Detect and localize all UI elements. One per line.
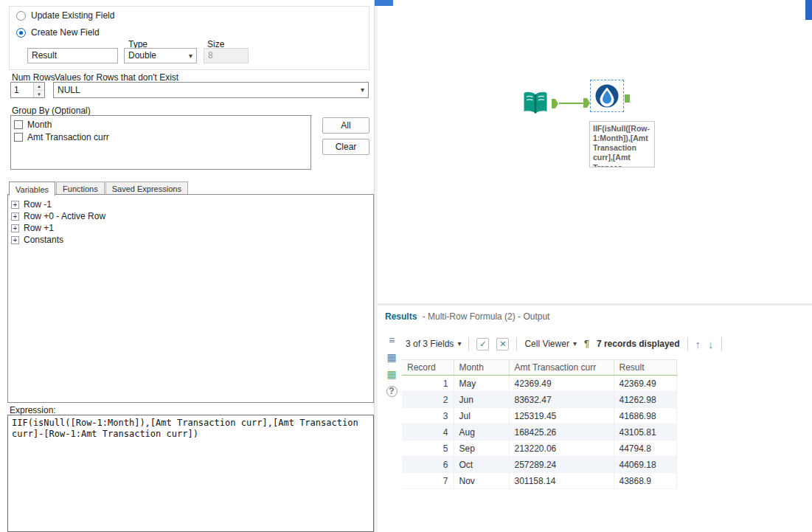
- size-input-disabled: 8: [204, 48, 249, 63]
- input-data-tool[interactable]: [521, 89, 550, 118]
- radio-update-existing-field[interactable]: Update Existing Field: [16, 10, 114, 21]
- table-row[interactable]: 3 Jul 125319.45 41686.98: [402, 408, 676, 424]
- cell-amt-transaction-curr: 168425.26: [509, 424, 614, 441]
- num-rows-value[interactable]: 1: [11, 83, 33, 97]
- tree-item-label: Row +0 - Active Row: [24, 211, 105, 221]
- chevron-down-icon: ▾: [189, 52, 192, 60]
- spinner-up-icon[interactable]: ▲: [34, 83, 44, 90]
- checkbox-icon[interactable]: [14, 120, 23, 129]
- col-header-month[interactable]: Month: [454, 360, 509, 376]
- window-chrome-fragment: [375, 0, 393, 6]
- tab-saved-expressions[interactable]: Saved Expressions: [105, 182, 188, 195]
- cell-record: 2: [402, 392, 454, 408]
- tree-item[interactable]: Row +0 - Active Row: [11, 210, 370, 222]
- expression-editor[interactable]: IIF(isNull([Row-1:Month]),[Amt Transacti…: [7, 415, 374, 532]
- tree-item-label: Constants: [24, 235, 63, 245]
- col-header-amt-transaction-curr[interactable]: Amt Transaction curr: [509, 360, 614, 376]
- cell-amt-transaction-curr: 213220.06: [509, 441, 614, 457]
- output-anchor-view-icon[interactable]: ▦: [386, 369, 396, 379]
- values-rows-dropdown[interactable]: NULL ▾: [53, 82, 369, 98]
- cell-record: 1: [402, 376, 454, 392]
- field-name-input[interactable]: Result: [27, 48, 118, 63]
- cell-viewer-dropdown[interactable]: Cell Viewer ▾: [524, 339, 577, 349]
- tree-item[interactable]: Row +1: [11, 222, 370, 234]
- apply-edits-icon[interactable]: ✓: [476, 338, 489, 350]
- help-icon[interactable]: ?: [386, 386, 398, 397]
- chevron-down-icon: ▾: [573, 340, 577, 348]
- values-rows-label: Values for Rows that don't Exist: [55, 72, 178, 83]
- window-chrome-fragment: [805, 0, 812, 20]
- cell-month: Jul: [454, 408, 509, 424]
- cell-result: 44794.8: [614, 441, 676, 457]
- table-row[interactable]: 4 Aug 168425.26 43105.81: [402, 424, 676, 441]
- output-anchor-icon[interactable]: [552, 99, 558, 108]
- cell-amt-transaction-curr: 301158.14: [509, 473, 614, 489]
- clear-button[interactable]: Clear: [322, 139, 369, 155]
- results-toolbar: 3 of 3 Fields ▾ ✓ ✕ Cell Viewer ▾ ¶ 7 re…: [406, 335, 722, 353]
- input-anchor-icon[interactable]: [583, 98, 590, 108]
- all-button[interactable]: All: [322, 117, 369, 134]
- toolbar-separator: [468, 337, 469, 350]
- scroll-up-icon[interactable]: ↑: [695, 338, 701, 350]
- workflow-canvas[interactable]: IIF(isNull([Row-1:Month]),[Amt Transacti…: [378, 0, 812, 303]
- col-header-result[interactable]: Result: [614, 360, 676, 376]
- cell-result: 44069.18: [614, 457, 676, 473]
- multi-row-formula-tool[interactable]: [590, 80, 624, 112]
- num-rows-stepper[interactable]: 1 ▲ ▼: [10, 82, 45, 98]
- cell-month: May: [454, 376, 509, 392]
- col-header-record[interactable]: Record: [402, 360, 454, 376]
- cell-result: 43868.9: [614, 473, 676, 489]
- group-by-item[interactable]: Amt Transaction curr: [14, 131, 308, 143]
- tab-variables[interactable]: Variables: [9, 182, 55, 196]
- group-by-item[interactable]: Month: [14, 118, 308, 131]
- table-row[interactable]: 2 Jun 83632.47 41262.98: [402, 392, 676, 408]
- tree-item[interactable]: Constants: [11, 234, 370, 246]
- list-view-icon[interactable]: ≡: [389, 335, 395, 345]
- expression-tabs: Variables Functions Saved Expressions: [9, 181, 189, 195]
- cell-record: 3: [402, 408, 454, 424]
- radio-selected-icon[interactable]: [16, 28, 26, 38]
- cell-month: Nov: [454, 473, 509, 489]
- tool-annotation[interactable]: IIF(isNull([Row-1:Month]),[Amt Transacti…: [589, 121, 655, 167]
- cell-record: 7: [402, 473, 454, 489]
- fields-selector-dropdown[interactable]: 3 of 3 Fields ▾: [406, 339, 461, 349]
- cell-amt-transaction-curr: 42369.49: [509, 376, 614, 392]
- expand-plus-icon[interactable]: [11, 236, 19, 244]
- type-dropdown[interactable]: Double ▾: [124, 48, 197, 63]
- group-by-list[interactable]: Month Amt Transaction curr: [10, 115, 311, 170]
- table-row[interactable]: 1 May 42369.49 42369.49: [402, 376, 676, 392]
- cancel-edits-icon[interactable]: ✕: [496, 338, 509, 350]
- records-displayed-label: 7 records displayed: [597, 339, 680, 349]
- results-subtitle: - Multi-Row Formula (2) - Output: [423, 311, 550, 322]
- spinner-down-icon[interactable]: ▼: [34, 90, 44, 98]
- table-row[interactable]: 5 Sep 213220.06 44794.8: [402, 441, 676, 457]
- expression-label: Expression:: [10, 405, 56, 415]
- variables-tree[interactable]: Row -1 Row +0 - Active Row Row +1 Consta…: [7, 194, 374, 403]
- toolbar-separator: [516, 337, 517, 350]
- chevron-down-icon: ▾: [361, 86, 364, 94]
- tree-item-label: Row -1: [24, 199, 52, 210]
- panel-splitter[interactable]: [374, 0, 378, 532]
- expand-plus-icon[interactable]: [11, 201, 19, 209]
- output-anchor-icon[interactable]: [625, 94, 630, 103]
- connection-line[interactable]: [559, 103, 584, 104]
- expand-plus-icon[interactable]: [11, 224, 19, 232]
- table-row[interactable]: 6 Oct 257289.24 44069.18: [402, 457, 676, 473]
- table-view-icon[interactable]: ▦: [386, 352, 396, 362]
- radio-create-new-field[interactable]: Create New Field: [16, 27, 100, 38]
- radio-icon[interactable]: [16, 11, 26, 21]
- expand-plus-icon[interactable]: [11, 213, 19, 221]
- values-rows-value: NULL: [58, 85, 80, 96]
- multi-row-formula-config-panel: Update Existing Field Create New Field T…: [0, 0, 374, 532]
- spinner-buttons[interactable]: ▲ ▼: [33, 83, 44, 97]
- cell-result: 41686.98: [614, 408, 676, 424]
- tree-item[interactable]: Row -1: [11, 198, 370, 210]
- toolbar-separator: [721, 337, 722, 350]
- scroll-down-icon[interactable]: ↓: [708, 338, 714, 350]
- radio-update-label: Update Existing Field: [31, 10, 114, 21]
- table-row[interactable]: 7 Nov 301158.14 43868.9: [402, 473, 676, 489]
- pilcrow-icon[interactable]: ¶: [584, 338, 589, 350]
- tab-functions[interactable]: Functions: [56, 182, 105, 195]
- group-by-label: Group By (Optional): [12, 106, 91, 116]
- checkbox-icon[interactable]: [14, 133, 23, 142]
